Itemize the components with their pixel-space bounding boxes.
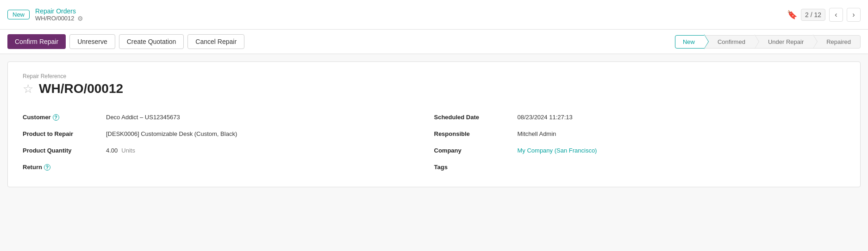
form-left: Customer ? Deco Addict – US12345673 Prod… [23,109,434,176]
customer-row: Customer ? Deco Addict – US12345673 [23,109,434,126]
product-to-repair-label: Product to Repair [23,130,106,137]
company-row: Company My Company (San Francisco) [434,142,846,159]
repair-reference-label: Repair Reference [23,73,845,80]
form-right: Scheduled Date 08/23/2024 11:27:13 Respo… [434,109,846,176]
status-step-new[interactable]: New [675,35,705,49]
responsible-label: Responsible [434,130,518,137]
return-help-icon[interactable]: ? [44,164,50,171]
top-bar: New Repair Orders WH/RO/00012 ⚙ 🔖 2 / 12… [0,0,868,30]
customer-help-icon[interactable]: ? [53,114,59,121]
status-step-confirmed[interactable]: Confirmed [704,35,755,49]
return-row: Return ? [23,159,434,176]
responsible-value: Mitchell Admin [518,130,556,137]
breadcrumb-area: Repair Orders WH/RO/00012 ⚙ [35,7,83,22]
tags-row: Tags [434,159,846,176]
unreserve-button[interactable]: Unreserve [69,34,115,49]
scheduled-date-label: Scheduled Date [434,114,518,121]
product-quantity-unit: Units [121,147,135,154]
customer-value: Deco Addict – US12345673 [106,114,180,121]
top-bar-right: 🔖 2 / 12 ‹ › [787,8,861,22]
status-step-repaired[interactable]: Repaired [813,35,861,49]
form-grid: Customer ? Deco Addict – US12345673 Prod… [23,109,845,176]
top-bar-left: New Repair Orders WH/RO/00012 ⚙ [7,7,83,22]
scheduled-date-row: Scheduled Date 08/23/2024 11:27:13 [434,109,846,126]
main-content: Repair Reference ☆ WH/RO/00012 Customer … [7,61,861,187]
product-to-repair-value: [DESK0006] Customizable Desk (Custom, Bl… [106,130,237,137]
repair-code: WH/RO/00012 [39,81,123,96]
bookmark-icon[interactable]: 🔖 [787,10,797,20]
star-icon[interactable]: ☆ [23,83,33,95]
action-bar: Confirm Repair Unreserve Create Quotatio… [0,30,868,54]
company-label: Company [434,147,518,154]
company-value[interactable]: My Company (San Francisco) [518,147,597,154]
prev-arrow-button[interactable]: ‹ [829,8,843,22]
breadcrumb-link[interactable]: Repair Orders [35,7,83,15]
responsible-row: Responsible Mitchell Admin [434,126,846,142]
return-label: Return ? [23,164,106,171]
record-id: WH/RO/00012 [35,15,75,22]
create-quotation-button[interactable]: Create Quotation [119,34,184,49]
next-arrow-button[interactable]: › [847,8,861,22]
status-step-under-repair[interactable]: Under Repair [755,35,813,49]
product-quantity-label: Product Quantity [23,147,106,154]
status-pipeline: New Confirmed Under Repair Repaired [675,35,861,49]
cancel-repair-button[interactable]: Cancel Repair [187,34,244,49]
action-buttons: Confirm Repair Unreserve Create Quotatio… [7,34,244,49]
scheduled-date-value: 08/23/2024 11:27:13 [518,114,573,121]
pagination-text: 2 / 12 [801,9,825,21]
gear-icon[interactable]: ⚙ [77,15,83,22]
product-to-repair-row: Product to Repair [DESK0006] Customizabl… [23,126,434,142]
confirm-repair-button[interactable]: Confirm Repair [7,34,66,49]
repair-title: ☆ WH/RO/00012 [23,81,845,96]
customer-label: Customer ? [23,114,106,121]
breadcrumb-sub: WH/RO/00012 ⚙ [35,15,83,22]
product-quantity-row: Product Quantity 4.00 Units [23,142,434,159]
new-badge: New [7,10,30,19]
product-quantity-value: 4.00 [106,147,118,154]
tags-label: Tags [434,164,518,171]
